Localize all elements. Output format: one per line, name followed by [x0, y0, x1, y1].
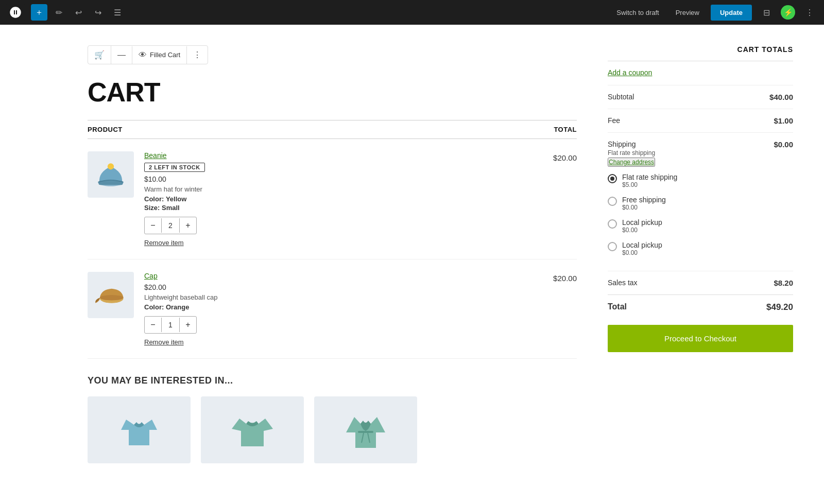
quantity-decrease-beanie[interactable]: − — [145, 217, 161, 234]
product-name-beanie[interactable]: Beanie — [144, 151, 525, 160]
shipping-option-3: Local pickup $0.00 — [608, 218, 677, 234]
shipping-option-name-4: Local pickup — [622, 241, 662, 249]
subtotal-label: Subtotal — [608, 93, 634, 101]
cart-icon-button[interactable]: 🛒 — [88, 46, 111, 64]
layout-toggle-button[interactable]: ⊟ — [758, 4, 775, 21]
shipping-option-1: Flat rate shipping $5.00 — [608, 173, 677, 188]
sales-tax-label: Sales tax — [608, 279, 638, 287]
sales-tax-row: Sales tax $8.20 — [608, 271, 793, 294]
block-toolbar: 🛒 — 👁 Filled Cart ⋮ — [88, 45, 208, 64]
quantity-control-cap: − 1 + — [144, 316, 197, 334]
recommended-section: YOU MAY BE INTERESTED IN... — [88, 375, 577, 463]
color-value-cap: Orange — [166, 303, 190, 311]
svg-point-3 — [108, 163, 114, 169]
add-coupon-button[interactable]: Add a coupon — [608, 68, 652, 77]
shipping-option-name-3: Local pickup — [622, 218, 662, 227]
wp-logo-icon[interactable] — [6, 3, 25, 22]
product-color-cap: Color: Orange — [144, 303, 525, 311]
product-color-beanie: Color: Yellow — [144, 195, 525, 203]
empty-cart-button[interactable]: — — [111, 46, 132, 64]
undo-button[interactable]: ↩ — [70, 4, 87, 21]
filled-cart-label: Filled Cart — [150, 51, 180, 59]
checkout-button[interactable]: Proceed to Checkout — [608, 325, 793, 352]
shipping-option-price-2: $0.00 — [622, 204, 666, 211]
color-label-cap: Color: — [144, 303, 164, 311]
add-block-button[interactable]: ＋ — [31, 4, 47, 21]
shipping-option-price-4: $0.00 — [622, 249, 662, 256]
recommended-title: YOU MAY BE INTERESTED IN... — [88, 375, 577, 386]
total-header: TOTAL — [554, 126, 577, 133]
product-size-beanie: Size: Small — [144, 204, 525, 212]
shipping-radio-3[interactable] — [608, 219, 617, 229]
shipping-radio-2[interactable] — [608, 197, 617, 206]
product-image-beanie — [88, 151, 134, 198]
recommended-grid — [88, 396, 577, 463]
update-button[interactable]: Update — [711, 5, 752, 21]
product-details-beanie: Beanie 2 LEFT IN STOCK $10.00 Warm hat f… — [144, 151, 525, 247]
shipping-label: Shipping — [608, 140, 677, 148]
color-label-beanie: Color: — [144, 195, 164, 203]
cart-section: 🛒 — 👁 Filled Cart ⋮ CART PRODUCT TOTAL — [88, 45, 577, 463]
svg-rect-6 — [358, 431, 373, 433]
block-more-options-button[interactable]: ⋮ — [187, 46, 208, 64]
row-total-beanie: $20.00 — [536, 151, 577, 162]
preview-button[interactable]: Preview — [671, 6, 705, 20]
product-header: PRODUCT — [88, 126, 123, 133]
more-options-button[interactable]: ⋮ — [801, 4, 818, 21]
quantity-control-beanie: − 2 + — [144, 217, 197, 234]
shipping-value: $0.00 — [774, 140, 793, 264]
shipping-option-name-2: Free shipping — [622, 196, 666, 204]
svg-point-5 — [100, 295, 124, 301]
stock-badge-beanie: 2 LEFT IN STOCK — [144, 163, 205, 172]
row-total-cap: $20.00 — [536, 272, 577, 283]
subtotal-value: $40.00 — [769, 93, 793, 101]
shipping-option-2: Free shipping $0.00 — [608, 196, 677, 211]
remove-item-cap[interactable]: Remove item — [144, 338, 184, 346]
remove-item-beanie[interactable]: Remove item — [144, 239, 184, 247]
color-value-beanie: Yellow — [166, 195, 186, 203]
shipping-option-details-1: Flat rate shipping $5.00 — [622, 173, 677, 188]
quantity-value-beanie: 2 — [161, 218, 180, 233]
filled-cart-button[interactable]: 👁 Filled Cart — [132, 46, 187, 64]
cart-icon: 🛒 — [94, 50, 105, 60]
shipping-info-container: Shipping Flat rate shipping Change addre… — [608, 140, 677, 264]
recommended-item-2 — [201, 396, 304, 463]
product-image-cap — [88, 272, 134, 318]
shipping-radio-1[interactable] — [608, 174, 617, 183]
product-price-cap: $20.00 — [144, 283, 525, 291]
main-content: 🛒 — 👁 Filled Cart ⋮ CART PRODUCT TOTAL — [0, 25, 824, 484]
cart-totals-title: CART TOTALS — [608, 45, 793, 61]
change-address-button[interactable]: Change address — [608, 158, 655, 167]
quantity-value-cap: 1 — [161, 318, 180, 332]
toolbar-right: Switch to draft Preview Update ⊟ ⚡ ⋮ — [611, 4, 818, 21]
eye-icon: 👁 — [139, 50, 147, 60]
total-value: $49.20 — [766, 302, 793, 312]
product-desc-beanie: Warm hat for winter — [144, 185, 525, 193]
shipping-option-4: Local pickup $0.00 — [608, 241, 677, 256]
product-name-cap[interactable]: Cap — [144, 272, 525, 280]
recommended-item-1 — [88, 396, 191, 463]
shipping-option-price-1: $5.00 — [622, 181, 677, 188]
edit-button[interactable]: ✏ — [50, 4, 67, 21]
quantity-increase-cap[interactable]: + — [180, 317, 196, 333]
shipping-option-details-3: Local pickup $0.00 — [622, 218, 662, 234]
toolbar-left: ＋ ✏ ↩ ↪ ☰ — [6, 3, 126, 22]
radio-inner-1 — [610, 177, 614, 181]
shipping-radio-4[interactable] — [608, 242, 617, 251]
fee-row: Fee $1.00 — [608, 109, 793, 132]
shipping-option-details-4: Local pickup $0.00 — [622, 241, 662, 256]
activity-icon[interactable]: ⚡ — [781, 5, 795, 20]
list-view-button[interactable]: ☰ — [109, 4, 126, 21]
product-details-cap: Cap $20.00 Lightweight baseball cap Colo… — [144, 272, 525, 346]
quantity-decrease-cap[interactable]: − — [145, 317, 161, 333]
table-row: Cap $20.00 Lightweight baseball cap Colo… — [88, 259, 577, 359]
minus-icon: — — [117, 50, 126, 60]
shipping-options: Flat rate shipping $5.00 Free shipping $… — [608, 173, 677, 256]
redo-button[interactable]: ↪ — [90, 4, 106, 21]
quantity-increase-beanie[interactable]: + — [180, 217, 196, 234]
cart-header: PRODUCT TOTAL — [88, 120, 577, 139]
fee-value: $1.00 — [774, 116, 793, 125]
shipping-option-price-3: $0.00 — [622, 227, 662, 234]
switch-to-draft-button[interactable]: Switch to draft — [611, 6, 664, 20]
page-title: CART — [88, 77, 577, 108]
